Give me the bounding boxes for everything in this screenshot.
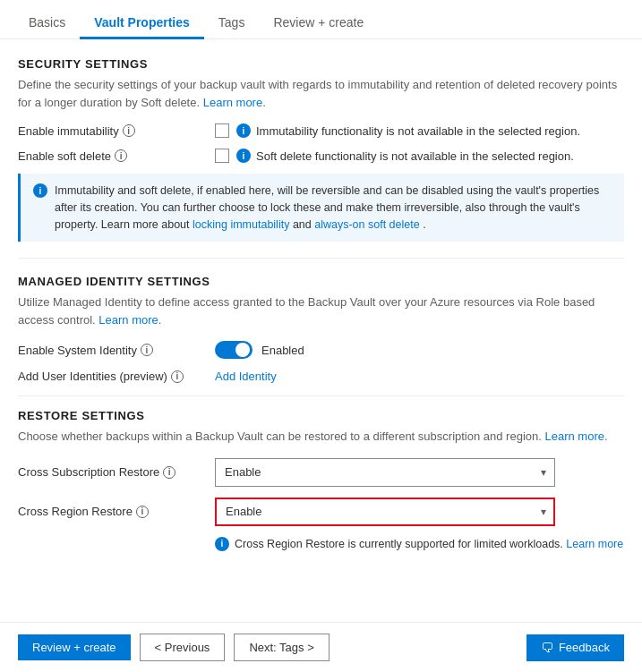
cross-subscription-info-icon[interactable]: i (163, 466, 175, 479)
security-section: SECURITY SETTINGS Define the security se… (18, 57, 624, 242)
immutability-unavail: i Immutability functionality is not avai… (236, 123, 580, 138)
immutability-unavail-icon: i (236, 123, 251, 138)
immutability-checkbox[interactable] (215, 123, 229, 138)
system-identity-status: Enabled (261, 344, 304, 357)
security-info-box-text: Immutability and soft delete, if enabled… (55, 183, 612, 233)
cross-region-note-text: Cross Region Restore is currently suppor… (235, 537, 623, 553)
soft-delete-label: Enable soft delete i (18, 149, 215, 163)
immutability-row: Enable immutability i i Immutability fun… (18, 123, 624, 138)
cross-subscription-select-wrap: Enable Disable ▾ (215, 458, 555, 487)
user-identities-info-icon[interactable]: i (171, 370, 184, 383)
cross-region-note: i Cross Region Restore is currently supp… (215, 537, 624, 553)
security-desc: Define the security settings of your bac… (18, 76, 624, 111)
soft-delete-unavail-icon: i (236, 149, 251, 163)
always-on-soft-delete-link[interactable]: always-on soft delete (314, 218, 419, 231)
restore-section: RESTORE SETTINGS Choose whether backups … (18, 409, 624, 552)
soft-delete-checkbox[interactable] (215, 149, 229, 163)
managed-identity-learn-more[interactable]: Learn more. (98, 313, 161, 327)
main-content: SECURITY SETTINGS Define the security se… (0, 39, 642, 622)
system-identity-info-icon[interactable]: i (141, 344, 153, 356)
review-create-button[interactable]: Review + create (18, 634, 131, 660)
managed-identity-section: MANAGED IDENTITY SETTINGS Utilize Manage… (18, 275, 624, 383)
soft-delete-info-icon[interactable]: i (115, 149, 127, 162)
security-info-box: i Immutability and soft delete, if enabl… (18, 174, 624, 242)
feedback-label: Feedback (559, 641, 610, 654)
cross-region-note-icon: i (215, 537, 229, 551)
cross-region-row: Cross Region Restore i Enable Disable ▾ (18, 498, 624, 526)
immutability-info-icon[interactable]: i (123, 124, 135, 137)
soft-delete-row: Enable soft delete i i Soft delete funct… (18, 149, 624, 163)
add-identity-link[interactable]: Add Identity (215, 370, 277, 383)
security-learn-more[interactable]: Learn more. (203, 96, 266, 109)
tab-review-create[interactable]: Review + create (259, 6, 378, 39)
footer-bar: Review + create < Previous Next: Tags > … (0, 622, 642, 672)
feedback-icon: 🗨 (541, 641, 553, 655)
cross-subscription-label: Cross Subscription Restore i (18, 465, 215, 479)
previous-button[interactable]: < Previous (140, 634, 226, 661)
cross-subscription-select[interactable]: Enable Disable (215, 458, 555, 487)
security-info-box-icon: i (33, 183, 47, 198)
system-identity-toggle[interactable] (215, 341, 253, 359)
cross-region-info-icon[interactable]: i (136, 506, 149, 518)
immutability-label: Enable immutability i (18, 124, 215, 138)
immutability-unavail-text: Immutability functionality is not availa… (256, 124, 580, 138)
system-identity-toggle-wrap: Enabled (215, 341, 304, 359)
locking-immutability-link[interactable]: locking immutability (193, 218, 289, 231)
restore-learn-more[interactable]: Learn more. (545, 430, 608, 443)
divider-2 (18, 396, 624, 396)
system-identity-label: Enable System Identity i (18, 344, 215, 357)
restore-desc: Choose whether backups within a Backup V… (18, 428, 624, 446)
managed-identity-desc: Utilize Managed Identity to define acces… (18, 293, 624, 328)
tab-vault-properties[interactable]: Vault Properties (80, 6, 204, 39)
tabs-bar: Basics Vault Properties Tags Review + cr… (0, 0, 642, 39)
feedback-button[interactable]: 🗨 Feedback (526, 634, 624, 661)
divider-1 (18, 258, 624, 259)
tab-tags[interactable]: Tags (204, 6, 260, 39)
cross-subscription-row: Cross Subscription Restore i Enable Disa… (18, 458, 624, 487)
user-identities-label: Add User Identities (preview) i (18, 370, 215, 383)
soft-delete-unavail-text: Soft delete functionality is not availab… (256, 149, 574, 163)
soft-delete-unavail: i Soft delete functionality is not avail… (236, 149, 574, 163)
next-button[interactable]: Next: Tags > (234, 634, 329, 661)
system-identity-row: Enable System Identity i Enabled (18, 341, 624, 359)
managed-identity-title: MANAGED IDENTITY SETTINGS (18, 275, 624, 288)
cross-region-label: Cross Region Restore i (18, 505, 215, 518)
tab-basics[interactable]: Basics (14, 6, 80, 39)
immutability-checkbox-wrap (215, 123, 229, 138)
cross-region-select-wrap: Enable Disable ▾ (215, 498, 555, 526)
security-title: SECURITY SETTINGS (18, 57, 624, 71)
cross-region-select[interactable]: Enable Disable (215, 498, 555, 526)
soft-delete-checkbox-wrap (215, 149, 229, 163)
user-identities-row: Add User Identities (preview) i Add Iden… (18, 370, 624, 383)
cross-region-learn-more[interactable]: Learn more (566, 538, 623, 550)
restore-title: RESTORE SETTINGS (18, 409, 624, 422)
